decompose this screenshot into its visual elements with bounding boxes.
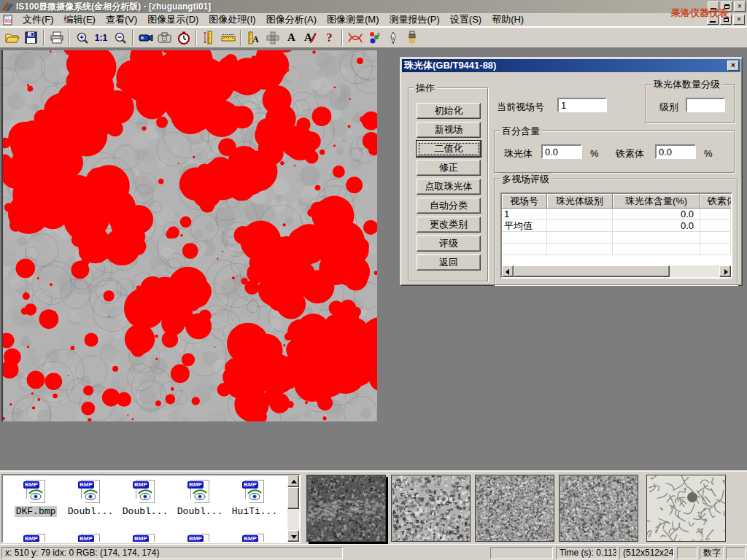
scroll-down-icon[interactable] [287,530,299,542]
horizontal-ruler-icon[interactable] [219,29,237,47]
zoom-out-icon[interactable] [111,29,129,47]
grade-label: 级别 [659,101,678,114]
file-item-partial[interactable]: BMP [9,534,63,543]
annotate-icon[interactable]: A [301,29,320,47]
table-row[interactable]: 平均值 0.0 [502,220,731,232]
col-field-no[interactable]: 视场号 [502,194,547,209]
menu-help[interactable]: 帮助(H) [487,12,529,27]
file-item[interactable]: BMP Doubl... [118,480,172,517]
thumbnail-1[interactable] [306,475,386,542]
vertical-caliper-icon[interactable] [200,29,218,47]
file-item-partial[interactable]: BMP [228,534,282,543]
thumbnail-2[interactable] [391,475,471,542]
pearlite-percent-input[interactable]: 0.0 [541,144,582,159]
percent-group: 百分含量 珠光体 0.0 % 铁素体 0.0 % [494,131,735,173]
scroll-left-icon[interactable] [502,265,514,277]
grade-group: 珠光体数量分级 级别 [646,84,735,123]
ferrite-percent-input[interactable]: 0.0 [655,144,696,159]
file-name[interactable]: Doubl... [121,506,169,517]
table-row[interactable]: 1 0.0 [502,209,731,220]
thumbnail-3[interactable] [475,475,554,542]
open-icon[interactable] [3,29,21,47]
file-name[interactable]: Doubl... [66,506,115,517]
col-ferrite[interactable]: 铁素体 [700,194,732,209]
file-item-partial[interactable]: BMP [63,534,117,543]
scroll-up-icon[interactable] [287,475,299,487]
merge-grid-icon[interactable] [263,29,282,47]
vscroll-thumb[interactable] [287,487,299,509]
toolbar-separator [69,30,70,46]
bmp-file-icon: BMP [78,480,103,505]
menu-measure-report[interactable]: 测量报告(P) [384,12,444,27]
initialize-button[interactable]: 初始化 [417,103,481,119]
col-pearlite-content[interactable]: 珠光体含量(%) [613,194,700,209]
help-icon[interactable]: ? [320,29,338,47]
hscroll-track[interactable] [670,265,719,277]
menu-edit[interactable]: 编辑(E) [59,12,101,27]
auto-classify-button[interactable]: 自动分类 [417,198,481,214]
title-bar: IS100显微摄像系统(金相分析版) - [zhuguangti01] × [0,0,747,13]
video-camera-icon[interactable] [136,29,155,47]
menu-image-measure[interactable]: 图像测量(M) [322,12,384,27]
file-item-partial[interactable]: BMP [118,534,172,543]
multifield-group-label: 多视场评级 [500,173,551,186]
grade-input[interactable] [686,98,725,112]
app-logo-icon [1,1,13,12]
table-row-empty [502,232,731,244]
thumbnail-4[interactable] [559,475,638,542]
mdi-close-button[interactable]: × [733,15,745,25]
brush-icon[interactable] [403,29,421,47]
close-button[interactable]: × [734,1,746,12]
actual-size-icon[interactable]: 1:1 [92,29,110,47]
menu-file[interactable]: 文件(F) [18,12,59,27]
metallographic-image[interactable] [1,50,377,421]
color-classify-icon[interactable]: 3 [365,29,383,47]
pointer-pen-icon[interactable] [384,29,402,47]
correct-button[interactable]: 修正 [417,160,481,176]
menu-image-analysis[interactable]: 图像分析(A) [261,12,322,27]
save-icon[interactable] [22,29,40,47]
menu-view[interactable]: 查看(V) [101,12,142,27]
snapshot-camera-icon[interactable] [155,29,174,47]
pick-pearlite-button[interactable]: 点取珠光体 [417,179,481,195]
ferrite-percent-sign: % [704,148,713,159]
svg-text:A: A [252,34,259,44]
file-item[interactable]: BMP Doubl... [63,480,117,517]
menu-image-display[interactable]: 图像显示(D) [142,12,204,27]
zoom-in-icon[interactable] [73,29,91,47]
file-name[interactable]: DKF.bmp [15,506,58,517]
status-time: Time (s): 0.113 [556,547,617,559]
print-icon[interactable] [47,29,66,47]
scroll-right-icon[interactable] [719,265,731,277]
file-list[interactable]: BMP DKF.bmp BMP Doubl... BMP Doubl... [1,474,301,543]
file-name[interactable]: Doubl... [176,506,224,517]
timer-icon[interactable] [174,29,193,47]
file-list-vscrollbar[interactable] [287,475,299,542]
measure-text-icon[interactable]: A [244,29,263,47]
menu-settings[interactable]: 设置(S) [445,12,487,27]
binarize-button[interactable]: 二值化 [417,141,481,157]
file-item[interactable]: BMP Doubl... [173,480,227,517]
change-class-button[interactable]: 更改类别 [417,217,481,233]
table-hscrollbar[interactable] [502,265,731,277]
workspace: 珠光体(GB/T9441-88) × 操作 初始化 新视场 二值化 修正 点取珠… [0,48,747,470]
file-item[interactable]: BMP HuiTi... [228,480,282,517]
current-field-input[interactable]: 1 [557,98,607,112]
text-icon[interactable]: A [282,29,301,47]
file-name[interactable]: HuiTi... [231,506,279,517]
toolbar-separator [132,30,133,46]
menu-image-processing[interactable]: 图像处理(I) [204,12,260,27]
dialog-title-bar[interactable]: 珠光体(GB/T9441-88) × [402,59,740,72]
hscroll-thumb[interactable] [514,265,670,277]
return-button[interactable]: 返回 [417,254,481,271]
new-field-button[interactable]: 新视场 [417,122,481,138]
col-pearlite-grade[interactable]: 珠光体级别 [547,194,613,209]
status-dimensions: (512x512x24) [619,547,674,559]
dialog-close-icon[interactable]: × [727,61,739,71]
thumbnail-5[interactable] [646,475,726,542]
curve-tool-icon[interactable] [346,29,364,47]
file-item[interactable]: BMP DKF.bmp [9,480,63,517]
document-icon[interactable]: DOC [2,15,13,26]
file-item-partial[interactable]: BMP [173,534,227,543]
rate-button[interactable]: 评级 [417,236,481,252]
